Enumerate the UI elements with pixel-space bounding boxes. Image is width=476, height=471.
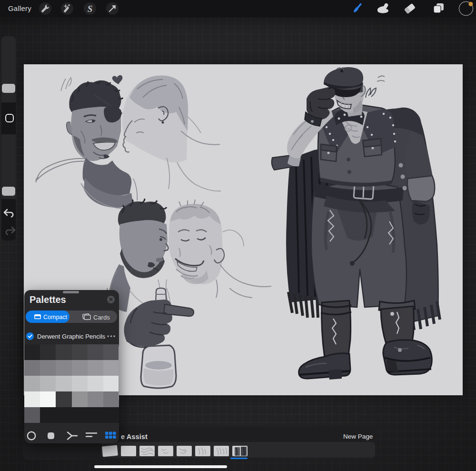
svg-text:S: S — [88, 4, 93, 14]
